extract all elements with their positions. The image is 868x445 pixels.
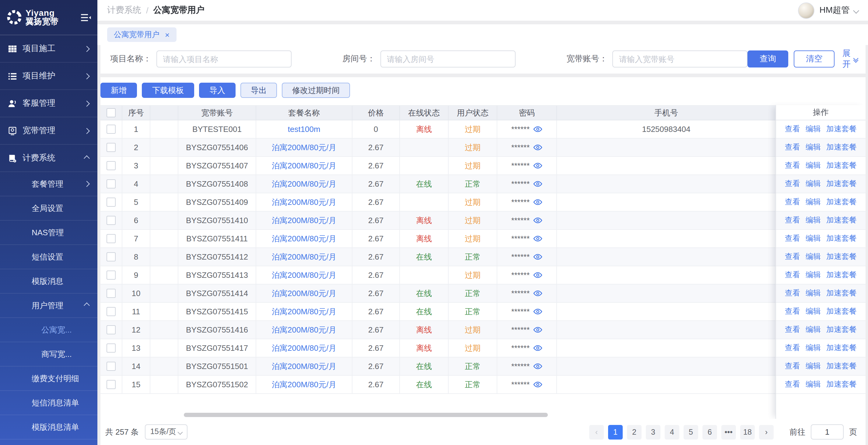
sidebar-item-2[interactable]: 项目维护 [0,63,97,90]
page-button-5[interactable]: 5 [684,424,698,439]
row-checkbox[interactable] [106,343,116,352]
row-checkbox[interactable] [106,234,116,243]
page-button-4[interactable]: 4 [665,424,679,439]
row-checkbox[interactable] [106,216,116,225]
sidebar-item-16[interactable]: 模版消息清单 [0,415,97,440]
row-checkbox[interactable] [106,325,116,334]
sidebar-item-6[interactable]: 套餐管理 [0,172,97,196]
horizontal-scrollbar[interactable] [184,413,548,417]
speedup-plan-link[interactable]: 加速套餐 [826,324,857,335]
edit-link[interactable]: 编辑 [806,252,821,262]
search-button[interactable]: 查询 [747,50,788,67]
row-checkbox[interactable] [106,143,116,152]
cell-plan plan-link[interactable]: 泊寓200M/80元/月 [256,175,352,193]
clear-button[interactable]: 清空 [794,50,835,67]
cell-plan plan-link[interactable]: 泊寓200M/80元/月 [256,284,352,303]
password-eye-icon[interactable] [533,252,542,262]
cell-plan plan-link[interactable]: 泊寓200M/80元/月 [256,211,352,230]
password-eye-icon[interactable] [533,271,542,280]
import-button[interactable]: 导入 [199,83,236,98]
speedup-plan-link[interactable]: 加速套餐 [826,361,857,371]
view-link[interactable]: 查看 [785,379,800,390]
cell-plan plan-link[interactable]: 泊寓200M/80元/月 [256,193,352,211]
page-button-1[interactable]: 1 [608,424,623,439]
row-checkbox[interactable] [106,198,116,207]
edit-link[interactable]: 编辑 [806,288,821,299]
export-button[interactable]: 导出 [241,83,277,98]
next-page-button[interactable]: › [759,424,774,439]
page-button-3[interactable]: 3 [646,424,660,439]
password-eye-icon[interactable] [533,325,542,334]
sidebar-item-13[interactable]: 商写宽... [0,342,97,367]
room-number-input[interactable] [380,50,515,67]
row-checkbox[interactable] [106,289,116,298]
cell-plan plan-link[interactable]: 泊寓200M/80元/月 [256,321,352,339]
view-link[interactable]: 查看 [785,161,800,171]
page-button-18[interactable]: 18 [740,424,755,439]
view-link[interactable]: 查看 [785,343,800,353]
sidebar-item-15[interactable]: 短信消息清单 [0,391,97,415]
row-checkbox[interactable] [106,380,116,389]
tab-apartment-broadband-users[interactable]: 公寓宽带用户 × [107,27,176,42]
project-name-input[interactable] [156,50,291,67]
view-link[interactable]: 查看 [785,142,800,152]
row-checkbox[interactable] [106,161,116,170]
edit-link[interactable]: 编辑 [806,161,821,171]
sidebar-item-11[interactable]: 用户管理 [0,294,97,318]
collapse-sidebar-icon[interactable] [80,13,91,22]
row-checkbox[interactable] [106,271,116,280]
cell-plan plan-link[interactable]: 泊寓200M/80元/月 [256,248,352,266]
edit-link[interactable]: 编辑 [806,343,821,353]
cell-plan plan-link[interactable]: 泊寓200M/80元/月 [256,266,352,284]
row-checkbox[interactable] [106,179,116,189]
goto-page-input[interactable] [811,424,844,440]
view-link[interactable]: 查看 [785,270,800,280]
select-all-checkbox[interactable] [106,108,116,117]
speedup-plan-link[interactable]: 加速套餐 [826,306,857,317]
password-eye-icon[interactable] [533,179,542,189]
edit-link[interactable]: 编辑 [806,361,821,371]
password-eye-icon[interactable] [533,362,542,371]
prev-page-button[interactable]: ‹ [589,424,604,439]
edit-link[interactable]: 编辑 [806,142,821,152]
download-template-button[interactable]: 下载模板 [142,83,194,98]
row-checkbox[interactable] [106,307,116,316]
speedup-plan-link[interactable]: 加速套餐 [826,288,857,299]
edit-link[interactable]: 编辑 [806,234,821,244]
speedup-plan-link[interactable]: 加速套餐 [826,234,857,244]
speedup-plan-link[interactable]: 加速套餐 [826,142,857,152]
view-link[interactable]: 查看 [785,179,800,189]
page-size-select[interactable]: 15条/页 [145,424,187,440]
password-eye-icon[interactable] [533,198,542,207]
cell-plan plan-link[interactable]: test100m [256,121,352,139]
password-eye-icon[interactable] [533,234,542,243]
password-eye-icon[interactable] [533,125,542,134]
tab-close-icon[interactable]: × [165,31,169,39]
edit-link[interactable]: 编辑 [806,270,821,280]
page-button-6[interactable]: 6 [703,424,717,439]
edit-link[interactable]: 编辑 [806,324,821,335]
add-button[interactable]: 新增 [100,83,137,98]
cell-plan plan-link[interactable]: 泊寓200M/80元/月 [256,139,352,157]
edit-link[interactable]: 编辑 [806,379,821,390]
speedup-plan-link[interactable]: 加速套餐 [826,379,857,390]
edit-link[interactable]: 编辑 [806,306,821,317]
sidebar-item-8[interactable]: NAS管理 [0,221,97,245]
speedup-plan-link[interactable]: 加速套餐 [826,270,857,280]
view-link[interactable]: 查看 [785,197,800,207]
password-eye-icon[interactable] [533,307,542,316]
view-link[interactable]: 查看 [785,324,800,335]
breadcrumb-parent[interactable]: 计费系统 [107,5,141,16]
cell-plan plan-link[interactable]: 泊寓200M/80元/月 [256,303,352,321]
view-link[interactable]: 查看 [785,306,800,317]
speedup-plan-link[interactable]: 加速套餐 [826,124,857,134]
speedup-plan-link[interactable]: 加速套餐 [826,161,857,171]
password-eye-icon[interactable] [533,289,542,298]
password-eye-icon[interactable] [533,216,542,225]
broadband-account-input[interactable] [612,50,747,67]
password-eye-icon[interactable] [533,161,542,170]
view-link[interactable]: 查看 [785,288,800,299]
cell-plan plan-link[interactable]: 泊寓200M/80元/月 [256,376,352,394]
password-eye-icon[interactable] [533,343,542,352]
view-link[interactable]: 查看 [785,361,800,371]
